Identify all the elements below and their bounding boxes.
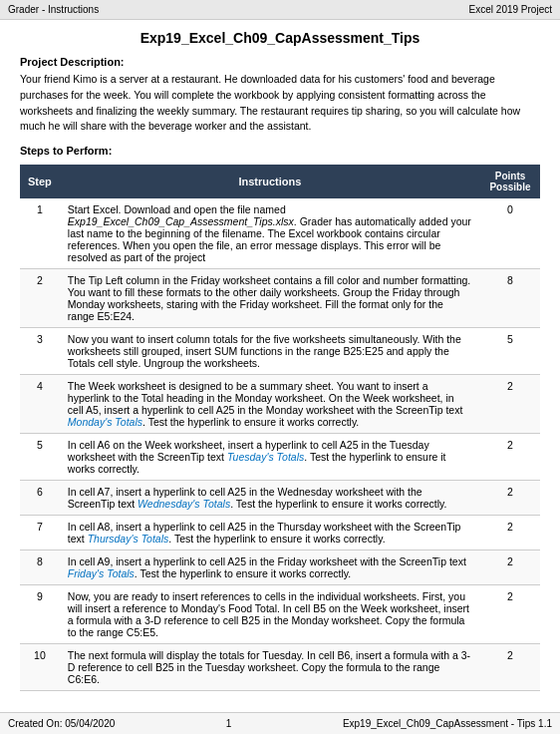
table-row: 8In cell A9, insert a hyperlink to cell …: [20, 550, 540, 585]
bottom-center: 1: [226, 718, 232, 729]
top-bar: Grader - Instructions Excel 2019 Project: [0, 0, 560, 20]
bottom-left: Created On: 05/04/2020: [8, 718, 115, 729]
instruction-text: In cell A8, insert a hyperlink to cell A…: [60, 516, 480, 550]
table-row: 6In cell A7, insert a hyperlink to cell …: [20, 481, 540, 516]
step-number: 1: [20, 198, 60, 269]
table-row: 9Now, you are ready to insert references…: [20, 585, 540, 644]
step-number: 8: [20, 550, 60, 585]
table-row: 1Start Excel. Download and open the file…: [20, 198, 540, 269]
instruction-text: Now, you are ready to insert references …: [60, 585, 480, 644]
points-value: 8: [480, 269, 540, 328]
instruction-text: Start Excel. Download and open the file …: [60, 198, 480, 269]
header-step: Step: [20, 165, 60, 198]
points-value: 2: [480, 516, 540, 550]
points-value: 2: [480, 585, 540, 644]
instruction-text: The next formula will display the totals…: [60, 644, 480, 691]
points-value: 5: [480, 328, 540, 375]
main-content: Exp19_Excel_Ch09_CapAssessment_Tips Proj…: [0, 20, 560, 712]
table-row: 4The Week worksheet is designed to be a …: [20, 375, 540, 434]
table-row: 3Now you want to insert column totals fo…: [20, 328, 540, 375]
step-number: 9: [20, 585, 60, 644]
points-value: 2: [480, 644, 540, 691]
header-points: PointsPossible: [480, 165, 540, 198]
steps-heading: Steps to Perform:: [20, 145, 540, 157]
step-number: 10: [20, 644, 60, 691]
step-number: 4: [20, 375, 60, 434]
points-value: 0: [480, 198, 540, 269]
table-row: 2The Tip Left column in the Friday works…: [20, 269, 540, 328]
project-description-heading: Project Description:: [20, 56, 540, 68]
top-bar-left: Grader - Instructions: [8, 4, 99, 15]
instruction-text: The Tip Left column in the Friday worksh…: [60, 269, 480, 328]
bottom-bar: Created On: 05/04/2020 1 Exp19_Excel_Ch0…: [0, 712, 560, 734]
top-bar-right: Excel 2019 Project: [469, 4, 552, 15]
table-row: 5In cell A6 on the Week worksheet, inser…: [20, 434, 540, 481]
table-row: 10The next formula will display the tota…: [20, 644, 540, 691]
step-number: 5: [20, 434, 60, 481]
instruction-text: In cell A6 on the Week worksheet, insert…: [60, 434, 480, 481]
points-value: 2: [480, 375, 540, 434]
instruction-text: In cell A7, insert a hyperlink to cell A…: [60, 481, 480, 516]
points-value: 2: [480, 481, 540, 516]
step-number: 7: [20, 516, 60, 550]
bottom-right: Exp19_Excel_Ch09_CapAssessment - Tips 1.…: [343, 718, 552, 729]
step-number: 2: [20, 269, 60, 328]
instruction-text: The Week worksheet is designed to be a s…: [60, 375, 480, 434]
instruction-text: Now you want to insert column totals for…: [60, 328, 480, 375]
step-number: 3: [20, 328, 60, 375]
header-instructions: Instructions: [60, 165, 480, 198]
page: Grader - Instructions Excel 2019 Project…: [0, 0, 560, 734]
project-description-text: Your friend Kimo is a server at a restau…: [20, 72, 540, 135]
points-value: 2: [480, 434, 540, 481]
step-number: 6: [20, 481, 60, 516]
instruction-text: In cell A9, insert a hyperlink to cell A…: [60, 550, 480, 585]
table-row: 7In cell A8, insert a hyperlink to cell …: [20, 516, 540, 550]
table-header-row: Step Instructions PointsPossible: [20, 165, 540, 198]
steps-table: Step Instructions PointsPossible 1Start …: [20, 165, 540, 691]
points-value: 2: [480, 550, 540, 585]
document-title: Exp19_Excel_Ch09_CapAssessment_Tips: [20, 30, 540, 46]
